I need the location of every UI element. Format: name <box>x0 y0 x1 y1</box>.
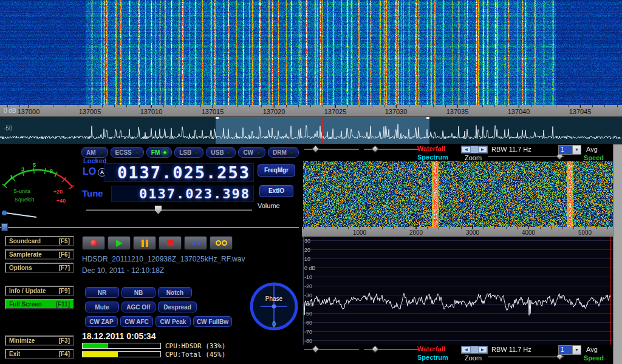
zoom-slider[interactable] <box>488 153 564 160</box>
slider-track[interactable] <box>488 356 564 357</box>
freq-tick-label: 1000 <box>353 229 366 236</box>
minimize-button[interactable]: Minimize [F3] <box>5 335 74 346</box>
freq-tick-label: 137015 <box>202 108 224 115</box>
pause-button[interactable] <box>133 236 156 250</box>
mode-led-icon <box>256 150 261 155</box>
phase-center-dot <box>272 305 276 309</box>
mode-ecss-button[interactable]: ECSS <box>111 147 144 158</box>
soundcard-button[interactable]: Soundcard [F5] <box>5 236 74 246</box>
nb-button[interactable]: NB <box>121 287 156 298</box>
volume-slider-track[interactable] <box>86 209 252 211</box>
mode-fm-button[interactable]: FM <box>146 147 172 158</box>
mode-label: CW <box>243 149 253 156</box>
agc-button[interactable]: AGC Off <box>121 302 156 312</box>
main-frequency-scale[interactable]: 137000 137005 137010 137015 137020 13702… <box>0 105 622 117</box>
waterfall-mode-label[interactable]: Waterfall <box>417 145 445 152</box>
waterfall-contrast-slider[interactable] <box>364 146 419 153</box>
tune-slider-thumb[interactable] <box>1 223 8 231</box>
zoom-slider[interactable] <box>488 353 564 360</box>
cw-afc-button[interactable]: CW AFC <box>120 316 153 327</box>
spectrum-mode-label[interactable]: Spectrum <box>417 354 448 361</box>
waterfall-mode-label[interactable]: Waterfall <box>417 345 445 352</box>
rewind-button[interactable]: ◄◄ <box>184 236 207 250</box>
main-waterfall-display[interactable] <box>0 0 622 105</box>
freqmgr-button[interactable]: FreqMgr <box>258 164 295 177</box>
waterfall-contrast-slider[interactable] <box>364 346 419 353</box>
waterfall-brightness-slider[interactable] <box>304 346 359 353</box>
main-spectrum-display[interactable]: -50 <box>0 117 622 144</box>
chevron-down-icon[interactable]: ▼ <box>572 346 581 354</box>
tune-slider-track[interactable] <box>0 227 299 228</box>
slider-thumb[interactable] <box>371 345 379 353</box>
af-waterfall-display[interactable] <box>303 161 613 227</box>
zoom-label: Zoom <box>465 354 482 362</box>
waterfall-brightness-slider[interactable] <box>304 146 359 153</box>
cw-zap-button[interactable]: CW ZAP <box>85 316 118 327</box>
phase-indicator[interactable]: Phase 0 <box>248 278 301 335</box>
avg-value: 1 <box>559 146 572 154</box>
pan-left-icon[interactable]: ◄ <box>462 346 471 353</box>
db-tick-label: 30 <box>304 238 310 244</box>
af-frequency-scale[interactable]: 1000 2000 3000 4000 5000 <box>302 227 613 237</box>
stop-button[interactable] <box>159 236 182 250</box>
s-meter-label-p40: +40 <box>56 198 66 204</box>
volume-slider-thumb[interactable] <box>155 206 162 214</box>
mode-am-button[interactable]: AM <box>81 147 108 158</box>
phase-label: Phase <box>265 295 283 302</box>
slider-thumb[interactable] <box>312 145 320 153</box>
db-tick-label: -80 <box>304 338 312 344</box>
s-meter-label-9: 9 <box>50 168 53 174</box>
exit-button[interactable]: Exit [F4] <box>5 349 74 359</box>
freq-tick-label: 137020 <box>263 108 285 115</box>
slider-track[interactable] <box>488 155 564 157</box>
mode-led-icon <box>290 150 294 155</box>
pan-right-icon[interactable]: ► <box>478 146 487 153</box>
play-button[interactable] <box>108 236 131 250</box>
lo-frequency-display[interactable]: 0137.025.253 <box>104 163 254 182</box>
db-tick-label: -50 <box>304 311 312 317</box>
slider-thumb[interactable] <box>371 145 379 153</box>
slider-thumb[interactable] <box>312 345 320 353</box>
despread-button[interactable]: Despread <box>158 302 197 312</box>
af-spectrum-display[interactable]: 30 20 10 0 dB -10 -20 -30 -40 -50 -60 -7… <box>302 237 613 345</box>
chevron-down-icon[interactable]: ▼ <box>572 146 581 154</box>
avg-select[interactable]: 1 ▼ <box>558 145 581 155</box>
samplerate-button[interactable]: Samplerate [F6] <box>5 249 74 260</box>
s-meter-label-p20: +20 <box>53 189 63 195</box>
speed-label: Speed <box>584 154 604 161</box>
db-tick-label: -10 <box>304 274 312 280</box>
nr-button[interactable]: NR <box>85 287 119 298</box>
db-tick-label: 20 <box>304 247 310 253</box>
spectrum-mode-label[interactable]: Spectrum <box>417 153 448 161</box>
button-hotkey: [F5] <box>59 238 70 244</box>
zoom-pan-scrollbar[interactable]: ◄ ► <box>461 346 488 354</box>
cw-fullbw-button[interactable]: CW FullBw <box>193 316 232 327</box>
s-units-label: S-units <box>13 188 31 194</box>
s-meter[interactable]: 1 3 5 9 +20 +40 S-units Squelch <box>0 146 79 226</box>
record-button[interactable] <box>82 236 105 250</box>
info-update-button[interactable]: Info / Update [F9] <box>5 286 74 296</box>
cpu-hdsdr-bar-fill <box>83 343 108 348</box>
cw-peak-button[interactable]: CW Peak <box>156 316 191 327</box>
avg-select[interactable]: 1 ▼ <box>558 345 581 355</box>
pan-left-icon[interactable]: ◄ <box>462 146 471 153</box>
zoom-pan-scrollbar[interactable]: ◄ ► <box>461 146 488 153</box>
avg-value: 1 <box>559 346 572 354</box>
mode-lsb-button[interactable]: LSB <box>174 147 203 158</box>
options-button[interactable]: Options [F7] <box>5 263 74 273</box>
pan-right-icon[interactable]: ► <box>478 346 487 353</box>
mode-drm-button[interactable]: DRM <box>268 147 299 158</box>
s-meter-label-5: 5 <box>33 162 36 168</box>
play-icon <box>116 240 123 247</box>
tune-frequency-display[interactable]: 0137.023.398 <box>111 186 254 202</box>
mode-cw-button[interactable]: CW <box>238 147 265 158</box>
mute-button[interactable]: Mute <box>85 302 119 312</box>
notch-button[interactable]: Notch <box>158 287 192 298</box>
loop-button[interactable] <box>210 236 233 250</box>
fullscreen-button[interactable]: Full Screen [F11] <box>5 299 74 309</box>
mode-usb-button[interactable]: USB <box>206 147 236 158</box>
stop-icon <box>167 240 174 246</box>
extio-button[interactable]: ExtIO <box>259 185 293 197</box>
freq-tick-label: 5000 <box>578 229 592 236</box>
button-label: Info / Update <box>9 288 46 294</box>
